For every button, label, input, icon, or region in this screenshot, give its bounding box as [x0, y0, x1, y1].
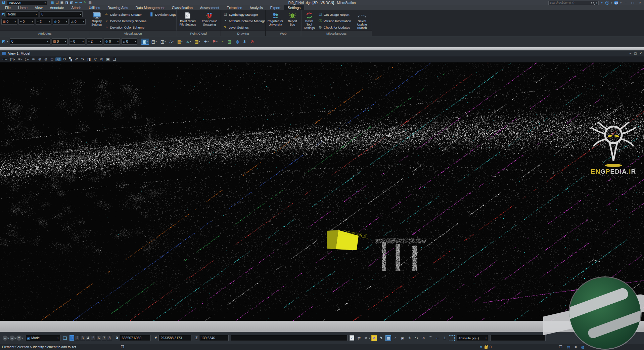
toolbar-color-combo[interactable]: ▩ 0 ▾: [52, 38, 67, 45]
properties-icon[interactable]: ◍: [234, 39, 240, 45]
snap-multipoint-icon[interactable]: ·: [449, 335, 455, 341]
zoom-in-icon[interactable]: ⊕: [37, 57, 43, 61]
x-value[interactable]: 658567.6980: [120, 335, 151, 341]
5[interactable]: 5: [91, 335, 96, 341]
help-icon[interactable]: ?: [605, 1, 609, 5]
qat-undo-icon[interactable]: ↩: [75, 1, 78, 4]
chevron-down-icon[interactable]: ▾: [7, 40, 8, 43]
coordinate-readout-field[interactable]: [490, 335, 546, 341]
active-color-combo[interactable]: ▩ 0 ▾: [1, 19, 17, 25]
notifications-icon[interactable]: ✦: [601, 1, 603, 5]
qat-print-icon[interactable]: ▤: [88, 1, 91, 4]
active-point-cloud-icon[interactable]: ▣ ▾: [141, 39, 149, 45]
raster-manager-icon[interactable]: ▦ ▾: [176, 39, 184, 45]
qat-markup-icon[interactable]: ✎: [84, 1, 87, 4]
Data Management[interactable]: Data Management: [132, 5, 168, 10]
reality-mesh-icon[interactable]: ≋ ▾: [185, 39, 193, 45]
coordinate-mode-combo[interactable]: Absolute (xy=) ▾: [457, 335, 488, 341]
7[interactable]: 7: [102, 335, 106, 341]
qat-compress-icon[interactable]: ◧: [70, 1, 73, 4]
8[interactable]: 8: [107, 335, 112, 341]
app-menu-combo[interactable]: TopoDOT ▾: [7, 1, 47, 5]
view-next-icon[interactable]: ↷: [80, 57, 86, 61]
qat-save-settings-icon[interactable]: ◨: [65, 1, 68, 4]
element-template-combo[interactable]: None ▾: [6, 11, 38, 17]
clip-mask-icon[interactable]: ◰: [99, 57, 104, 61]
snap-perpendicular-icon[interactable]: ⌐: [435, 335, 441, 341]
Export[interactable]: Export: [267, 5, 284, 10]
qat-portal-icon[interactable]: ▦: [51, 1, 54, 4]
Settings[interactable]: Settings: [284, 5, 304, 10]
active-level-combo[interactable]: 0 ▾: [40, 11, 83, 17]
toolbar-line-style-combo[interactable]: ┅ 0 ▾: [69, 38, 85, 45]
y-value[interactable]: 2933588.3173: [158, 335, 191, 341]
point-cloud-file-settings-button[interactable]: Point Cloud File Settings: [178, 11, 198, 27]
version-information[interactable]: ⓘ Version Information: [317, 18, 352, 24]
3[interactable]: 3: [80, 335, 85, 341]
chevron-down-icon[interactable]: ▾: [595, 2, 597, 4]
markups-icon[interactable]: ⚑ ▾: [211, 39, 219, 45]
search-input[interactable]: [550, 1, 591, 4]
snap-tangent-icon[interactable]: ↪: [414, 335, 419, 341]
select-update-branch-button[interactable]: Select Update Branch: [354, 11, 371, 30]
chevron-down-icon[interactable]: ▾: [620, 2, 622, 4]
Home[interactable]: Home: [14, 5, 31, 10]
references-icon[interactable]: ◫ ▾: [159, 39, 167, 45]
level-combo[interactable]: 0 ▾: [10, 38, 50, 45]
pan-view-icon[interactable]: ▚: [68, 57, 73, 61]
key-in-confirm-icon[interactable]: ✓: [350, 335, 354, 341]
deviation-legend[interactable]: ▊ Deviation Legend: [149, 11, 176, 17]
rotate-view-icon[interactable]: ↻: [62, 57, 67, 61]
active-transparency-combo[interactable]: ◭ 0 ▾: [70, 19, 86, 25]
design-history-icon[interactable]: ❒: [559, 345, 562, 349]
freeze-icon[interactable]: ✻: [242, 39, 248, 45]
view-minimize-button[interactable]: –: [630, 52, 631, 55]
snap-nearest-icon[interactable]: ∕: [393, 335, 398, 341]
lock-icon[interactable]: [485, 346, 488, 349]
snap-intersection-icon[interactable]: ✕: [421, 335, 426, 341]
models-icon[interactable]: ▤ ▾: [150, 39, 158, 45]
Drawing Aids[interactable]: Drawing Aids: [104, 5, 132, 10]
colored-intensity-scheme[interactable]: ◕ Colored Intensity Scheme: [104, 18, 148, 24]
tile-views-icon[interactable]: ❏: [112, 57, 118, 61]
register-university-button[interactable]: Register for University: [267, 11, 284, 27]
selection-set-icon[interactable]: ❏: [121, 345, 124, 349]
connection-status-icon[interactable]: ◍: [581, 345, 585, 349]
pattern-icon[interactable]: ✑: [363, 335, 369, 341]
reset-tool-settings-button[interactable]: Reset Tool Settings: [303, 11, 316, 30]
view-close-button[interactable]: ✕: [639, 52, 642, 55]
view-previous-icon[interactable]: ↶: [74, 57, 80, 61]
exchange-icon[interactable]: ⇄: [356, 335, 362, 341]
snap-pointer-icon[interactable]: ↯: [378, 335, 384, 341]
user-avatar[interactable]: MT: [614, 1, 618, 5]
key-in-field[interactable]: [231, 335, 348, 341]
color-scheme-creator[interactable]: ✑ Color Scheme Creator: [104, 11, 148, 17]
view-groups-icon[interactable]: ❏: [63, 336, 67, 341]
Assessment[interactable]: Assessment: [196, 5, 223, 10]
restore-button[interactable]: ▢: [630, 1, 636, 4]
window-area-icon[interactable]: ⊡: [49, 57, 55, 61]
view-perspective-icon[interactable]: ▷ ▾: [24, 57, 31, 61]
details-search-icon[interactable]: ◔: [220, 39, 225, 45]
qat-open-icon[interactable]: ❒: [56, 1, 59, 4]
minimize-button[interactable]: –: [624, 1, 628, 4]
copy-view-icon[interactable]: ◨: [86, 57, 92, 61]
accudraw-toggle-icon[interactable]: ✕: [371, 335, 377, 341]
close-button[interactable]: ✕: [637, 1, 643, 4]
view-display-mode-icon[interactable]: ▭ ▾: [1, 57, 8, 61]
toolbar-line-weight-combo[interactable]: ≡ 2 ▾: [87, 38, 102, 45]
6[interactable]: 6: [96, 335, 101, 341]
File[interactable]: File: [1, 5, 14, 10]
Annotate[interactable]: Annotate: [46, 5, 68, 10]
snap-arc-icon[interactable]: ⌒: [428, 335, 433, 341]
report-bug-button[interactable]: Report Bug: [285, 11, 300, 27]
active-linestyle-icon[interactable]: ↯: [479, 345, 482, 349]
point-cloud-canvas[interactable]: [0, 62, 644, 321]
Analysis[interactable]: Analysis: [246, 5, 267, 10]
ribbon-search[interactable]: ▾: [548, 1, 599, 5]
snap-origin-icon[interactable]: ⊥: [442, 335, 448, 341]
fit-view-icon[interactable]: ◱: [55, 57, 61, 61]
level-display-icon[interactable]: ▥: [226, 39, 233, 45]
view-maximize-button[interactable]: ▢: [634, 52, 637, 55]
forward-button[interactable]: → ▾: [10, 336, 16, 341]
